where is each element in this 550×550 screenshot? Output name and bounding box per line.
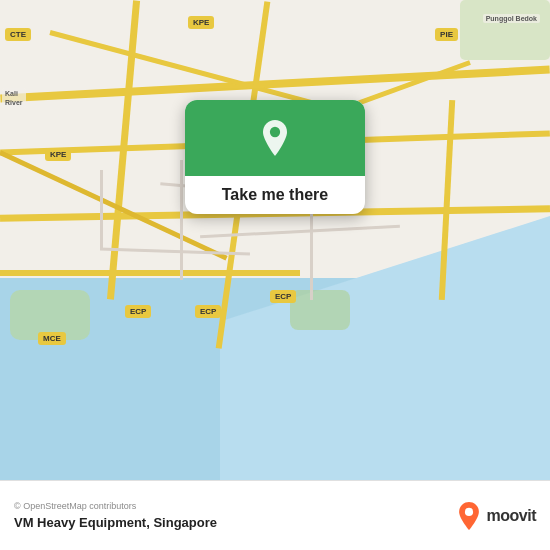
badge-ecp-3: ECP [195, 305, 221, 318]
badge-ecp-2: ECP [125, 305, 151, 318]
moovit-logo[interactable]: moovit [455, 502, 536, 530]
bottom-bar: © OpenStreetMap contributors VM Heavy Eq… [0, 480, 550, 550]
badge-cte: CTE [5, 28, 31, 41]
location-name-text: VM Heavy Equipment, Singapore [14, 515, 217, 530]
badge-ecp-1: ECP [270, 290, 296, 303]
badge-mce: MCE [38, 332, 66, 345]
location-pin-icon [257, 120, 293, 156]
minor-road-3 [180, 160, 183, 280]
minor-road-6 [100, 170, 103, 250]
park-area-3 [290, 290, 350, 330]
label-kali-river: KaliRiver [2, 88, 26, 108]
badge-kpe-top: KPE [188, 16, 214, 29]
moovit-pin-icon [455, 502, 483, 530]
action-card[interactable]: Take me there [185, 100, 365, 214]
attribution-text: © OpenStreetMap contributors [14, 501, 217, 511]
moovit-text: moovit [487, 507, 536, 525]
badge-kpe-mid: KPE [45, 148, 71, 161]
svg-point-1 [464, 507, 472, 515]
map-container: CTE KPE PIE KPE ECP ECP ECP MCE KaliRive… [0, 0, 550, 480]
badge-pie: PIE [435, 28, 458, 41]
road-horizontal-4 [0, 270, 300, 276]
svg-point-0 [270, 127, 280, 137]
park-area-2 [460, 0, 550, 60]
label-punggol-bedok: Punggol Bedok [483, 14, 540, 23]
card-green-area [185, 100, 365, 176]
take-me-there-button[interactable]: Take me there [206, 176, 344, 214]
minor-road-4 [310, 200, 313, 300]
bottom-left-info: © OpenStreetMap contributors VM Heavy Eq… [14, 501, 217, 530]
